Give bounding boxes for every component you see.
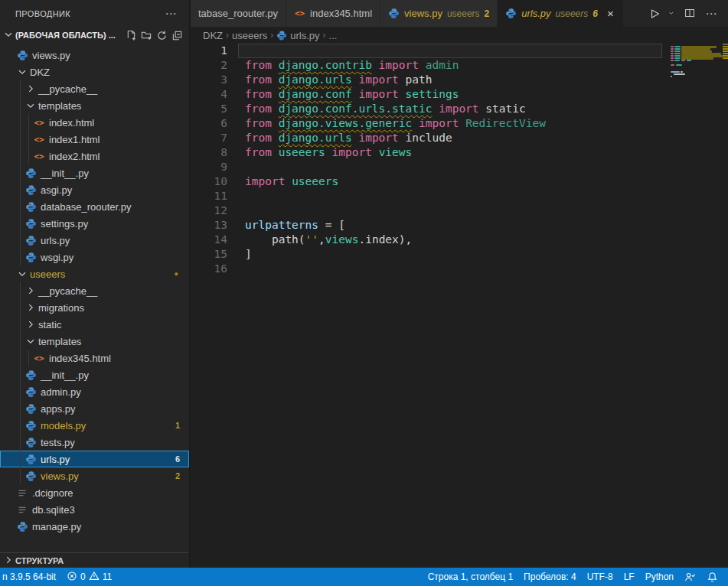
collapse-all-button[interactable]	[169, 28, 184, 43]
split-editor-button[interactable]	[681, 5, 699, 23]
code-token: from	[245, 117, 272, 129]
code-token: views	[325, 233, 359, 246]
tree-item-label: models.py	[39, 420, 86, 431]
tab-urls.py[interactable]: urls.pyuseeers6×	[498, 0, 623, 27]
tree-file-views.py[interactable]: views.py	[0, 47, 189, 63]
run-dropdown-icon	[668, 9, 677, 18]
tree-file-apps.py[interactable]: apps.py	[0, 400, 189, 417]
tree-folder-static[interactable]: static	[0, 316, 189, 333]
close-icon[interactable]: ×	[606, 7, 615, 20]
tab-views.py[interactable]: views.pyuseeers2	[380, 0, 498, 27]
tree-item-label: db.sqlite3	[31, 504, 75, 516]
overview-ruler[interactable]	[723, 44, 728, 568]
breadcrumb-item-urls.py[interactable]: urls.py	[276, 30, 319, 41]
chevron-right-icon	[24, 83, 37, 95]
code-line-15: ]	[245, 247, 659, 262]
breadcrumb-item-DKZ[interactable]: DKZ	[203, 30, 223, 41]
tree-file-db.sqlite3[interactable]: db.sqlite3	[0, 501, 189, 518]
eol-item[interactable]: LF	[619, 568, 640, 586]
indent-guide	[20, 400, 21, 417]
tree-file-index1.html[interactable]: <>index1.html	[0, 131, 189, 148]
outline-section-header[interactable]: СТРУКТУРА	[0, 552, 189, 568]
tree-folder-__pycache__[interactable]: __pycache__	[0, 80, 189, 97]
tree-file-database_roouter.py[interactable]: database_roouter.py	[0, 198, 189, 215]
breadcrumb-item-useeers[interactable]: useeers	[232, 30, 267, 41]
tree-item-label: index345.html	[47, 353, 111, 364]
feedback-item[interactable]	[679, 568, 701, 586]
breadcrumb-label: useeers	[232, 30, 267, 41]
indent-guide	[20, 383, 21, 400]
indentation-item[interactable]: Пробелов: 4	[518, 568, 582, 586]
tree-folder-useeers[interactable]: useeers●	[0, 265, 189, 282]
indent-guide	[28, 131, 29, 148]
breadcrumb-item-...[interactable]: ...	[329, 30, 338, 41]
line-number: 13	[191, 218, 227, 233]
tree-folder-DKZ[interactable]: DKZ	[0, 63, 189, 80]
tree-file-urls.py[interactable]: urls.py6	[0, 451, 189, 467]
run-button[interactable]	[645, 5, 664, 23]
cursor-position-item[interactable]: Строка 1, столбец 1	[423, 568, 518, 586]
tree-folder-templates[interactable]: templates	[0, 333, 189, 350]
run-icon	[648, 8, 661, 20]
code-token: useeers	[279, 146, 325, 158]
tree-file-models.py[interactable]: models.py1	[0, 417, 189, 434]
code-token	[272, 88, 279, 100]
tree-folder-__pycache__[interactable]: __pycache__	[0, 282, 189, 299]
tree-file-__init__.py[interactable]: __init__.py	[0, 366, 189, 383]
breadcrumb-separator: ›	[226, 30, 229, 41]
explorer-more-actions-icon[interactable]: ⋯	[162, 7, 180, 21]
refresh-button[interactable]	[154, 28, 169, 43]
outline-section-label: СТРУКТУРА	[15, 556, 64, 565]
tree-file-urls.py[interactable]: urls.py	[0, 232, 189, 249]
python-icon	[24, 234, 37, 246]
new-folder-button[interactable]	[139, 28, 154, 43]
minimap[interactable]	[671, 44, 721, 135]
language-mode-item[interactable]: Python	[640, 568, 679, 586]
tree-item-label: __pycache__	[37, 83, 97, 95]
tree-file-asgi.py[interactable]: asgi.py	[0, 181, 189, 198]
tree-file-admin.py[interactable]: admin.py	[0, 383, 189, 400]
minimap-line	[671, 60, 674, 61]
encoding-item[interactable]: UTF-8	[582, 568, 619, 586]
tab-index345.html[interactable]: <>index345.html	[286, 0, 380, 27]
code-token	[325, 146, 332, 158]
tree-item-label: migrations	[37, 302, 84, 314]
tree-folder-migrations[interactable]: migrations	[0, 299, 189, 316]
warning-count: 11	[103, 571, 112, 582]
tree-file-index.html[interactable]: <>index.html	[0, 114, 189, 131]
line-number: 5	[191, 102, 227, 116]
tab-tabase_roouter.py[interactable]: tabase_roouter.py	[191, 0, 286, 27]
code-token	[285, 175, 292, 187]
more-actions-button[interactable]: ⋯	[702, 5, 720, 23]
tree-file-wsgi.py[interactable]: wsgi.py	[0, 249, 189, 265]
tree-file-__init__.py[interactable]: __init__.py	[0, 164, 189, 181]
tree-file-index345.html[interactable]: <>index345.html	[0, 350, 189, 366]
workspace-section-header[interactable]: (РАБОЧАЯ ОБЛАСТЬ) ...	[0, 27, 189, 44]
problems-item[interactable]: 0 11	[61, 568, 117, 586]
run-dropdown-button[interactable]	[667, 5, 677, 23]
code-token: import	[245, 175, 285, 187]
notifications-bell-item[interactable]	[701, 568, 723, 586]
file-tree: views.pyDKZ__pycache__templates<>index.h…	[0, 44, 189, 535]
tree-file-index2.html[interactable]: <>index2.html	[0, 148, 189, 164]
code-line-7: from django.urls import include	[245, 131, 659, 145]
code-editor[interactable]: 12345678910111213141516 from django.cont…	[191, 44, 728, 568]
tree-file-settings.py[interactable]: settings.py	[0, 215, 189, 232]
tree-file-.dcignore[interactable]: .dcignore	[0, 484, 189, 501]
indent-guide	[20, 215, 21, 232]
tree-folder-templates[interactable]: templates	[0, 97, 189, 114]
tree-item-label: views.py	[31, 50, 70, 61]
new-file-button[interactable]	[123, 28, 139, 43]
breadcrumb-label: DKZ	[203, 30, 223, 41]
tree-file-tests.py[interactable]: tests.py	[0, 434, 189, 451]
tree-file-manage.py[interactable]: manage.py	[0, 518, 189, 535]
tree-item-label: .dcignore	[31, 487, 73, 499]
python-interpreter-item[interactable]: n 3.9.5 64-bit	[0, 568, 61, 586]
line-number: 9	[191, 160, 227, 174]
code-token: path(	[245, 233, 305, 246]
chevron-right-icon	[3, 555, 14, 565]
tree-file-views.py[interactable]: views.py2	[0, 467, 189, 484]
error-count: 0	[80, 571, 86, 582]
explorer-title: ПРОВОДНИК	[15, 9, 70, 18]
tree-item-label: index1.html	[47, 134, 100, 145]
